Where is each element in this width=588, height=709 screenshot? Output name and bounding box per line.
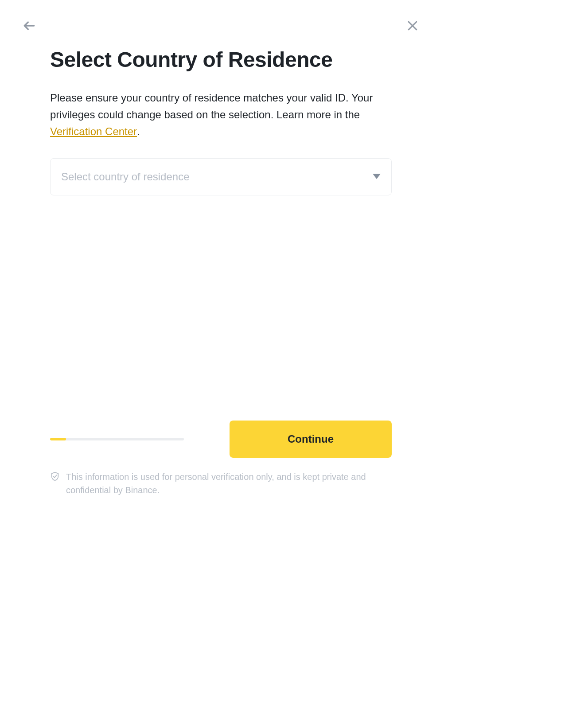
actions-row: Continue [50,421,392,458]
close-icon [406,19,419,32]
country-select[interactable]: Select country of residence [50,158,392,195]
shield-check-icon [50,471,60,483]
dialog-content: Select Country of Residence Please ensur… [0,47,442,195]
dialog-footer: Continue This information is used for pe… [50,421,392,497]
verification-center-link[interactable]: Verification Center [50,125,137,137]
select-placeholder: Select country of residence [61,171,373,183]
description-before-link: Please ensure your country of residence … [50,92,373,121]
progress-fill [50,438,66,440]
arrow-left-icon [22,19,36,33]
caret-down-icon [373,173,381,181]
back-button[interactable] [21,18,37,34]
description-after-link: . [137,125,140,137]
disclaimer: This information is used for personal ve… [50,470,392,497]
disclaimer-text: This information is used for personal ve… [66,470,392,497]
description-text: Please ensure your country of residence … [50,90,392,140]
close-button[interactable] [405,18,421,34]
page-title: Select Country of Residence [50,47,392,73]
progress-bar [50,438,184,440]
continue-button[interactable]: Continue [230,421,392,458]
dialog-header [0,0,442,34]
